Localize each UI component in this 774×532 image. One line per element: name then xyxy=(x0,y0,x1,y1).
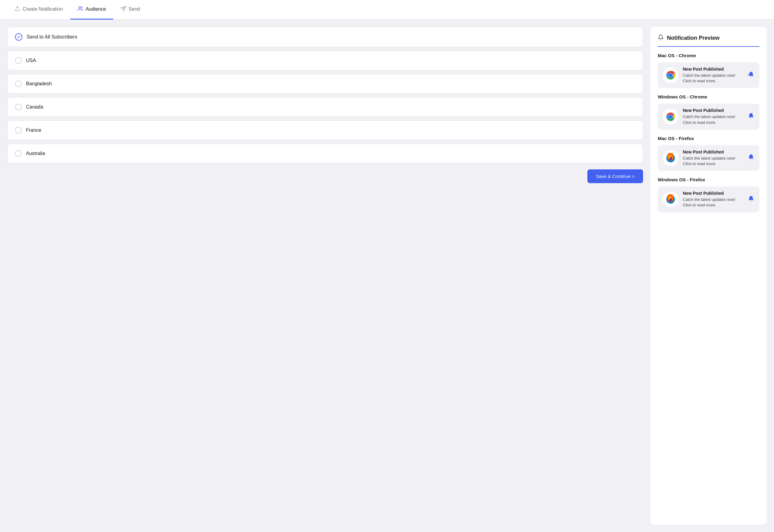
preview-win-firefox-card: New Post Published Catch the latest upda… xyxy=(658,187,759,212)
preview-mac-chrome-text: New Post Published Catch the latest upda… xyxy=(683,67,743,84)
bell-notification-icon-mac-firefox xyxy=(748,154,754,162)
preview-mac-chrome-block: Mac OS - Chrome xyxy=(658,53,759,88)
top-navigation: Create Notification Audience Send xyxy=(0,0,774,20)
option-send-all-label: Send to All Subscribers xyxy=(27,34,77,40)
audience-icon xyxy=(78,6,83,13)
svg-point-14 xyxy=(669,115,672,118)
preview-mac-chrome-card: New Post Published Catch the latest upda… xyxy=(658,62,759,88)
tab-send[interactable]: Send xyxy=(113,0,147,20)
bell-notification-icon-mac-chrome xyxy=(748,71,754,79)
tab-create-notification[interactable]: Create Notification xyxy=(7,0,70,20)
bell-notification-icon-win-chrome xyxy=(748,113,754,121)
tab-create-label: Create Notification xyxy=(23,6,63,12)
left-panel: Send to All Subscribers USA Bangladesh C… xyxy=(7,27,643,525)
preview-win-firefox-block: Windows OS - Firefox New Post xyxy=(658,177,759,212)
preview-mac-chrome-title: New Post Published xyxy=(683,67,743,72)
radio-usa xyxy=(15,57,22,64)
chrome-logo-icon xyxy=(663,67,679,83)
save-button-row: Save & Continue > xyxy=(7,169,643,183)
preview-mac-firefox-title: New Post Published xyxy=(683,150,743,154)
preview-mac-chrome-label: Mac OS - Chrome xyxy=(658,53,759,58)
bell-notification-icon-win-firefox xyxy=(748,195,754,204)
option-australia-label: Australia xyxy=(26,151,45,156)
tab-send-label: Send xyxy=(128,6,140,12)
preview-mac-firefox-text: New Post Published Catch the latest upda… xyxy=(683,150,743,167)
send-icon xyxy=(120,6,126,13)
firefox-logo-icon xyxy=(663,150,679,166)
preview-bell-header-icon xyxy=(658,34,664,42)
option-bangladesh[interactable]: Bangladesh xyxy=(7,74,643,94)
save-continue-label: Save & Continue > xyxy=(596,174,635,179)
option-australia[interactable]: Australia xyxy=(7,144,643,163)
preview-win-chrome-block: Windows OS - Chrome xyxy=(658,94,759,129)
option-usa[interactable]: USA xyxy=(7,51,643,70)
preview-win-chrome-text: New Post Published Catch the latest upda… xyxy=(683,108,743,125)
preview-win-firefox-body: Catch the latest updates now! Click to r… xyxy=(683,197,743,208)
chrome-logo-icon-win xyxy=(663,109,679,125)
checkmark-icon xyxy=(15,33,22,41)
tab-audience-label: Audience xyxy=(86,6,106,12)
svg-point-21 xyxy=(669,156,671,158)
preview-win-firefox-text: New Post Published Catch the latest upda… xyxy=(683,191,743,208)
radio-canada xyxy=(15,104,22,110)
svg-point-28 xyxy=(669,197,671,199)
firefox-logo-icon-win xyxy=(663,191,679,207)
tab-audience[interactable]: Audience xyxy=(70,0,113,20)
preview-mac-firefox-card: New Post Published Catch the latest upda… xyxy=(658,145,759,171)
radio-bangladesh xyxy=(15,80,22,87)
preview-win-chrome-body: Catch the latest updates now! Click to r… xyxy=(683,114,743,125)
preview-mac-firefox-label: Mac OS - Firefox xyxy=(658,136,759,141)
svg-point-1 xyxy=(79,6,80,8)
svg-point-9 xyxy=(669,74,672,77)
option-usa-label: USA xyxy=(26,58,36,63)
option-canada[interactable]: Canada xyxy=(7,97,643,117)
preview-win-chrome-label: Windows OS - Chrome xyxy=(658,94,759,99)
preview-win-firefox-label: Windows OS - Firefox xyxy=(658,177,759,182)
main-layout: Send to All Subscribers USA Bangladesh C… xyxy=(0,20,774,532)
preview-mac-firefox-body: Catch the latest updates now! Click to r… xyxy=(683,156,743,167)
preview-win-firefox-title: New Post Published xyxy=(683,191,743,196)
preview-title: Notification Preview xyxy=(667,35,720,41)
save-continue-button[interactable]: Save & Continue > xyxy=(587,169,643,183)
notification-preview-panel: Notification Preview Mac OS - Chrome xyxy=(650,27,767,525)
radio-australia xyxy=(15,150,22,157)
preview-mac-firefox-block: Mac OS - Firefox xyxy=(658,136,759,171)
option-france-label: France xyxy=(26,127,41,133)
option-send-all[interactable]: Send to All Subscribers xyxy=(7,27,643,47)
option-france[interactable]: France xyxy=(7,120,643,140)
preview-win-chrome-title: New Post Published xyxy=(683,108,743,113)
option-canada-label: Canada xyxy=(26,104,43,110)
preview-header: Notification Preview xyxy=(658,34,759,47)
option-bangladesh-label: Bangladesh xyxy=(26,81,52,87)
upload-icon xyxy=(15,6,20,13)
radio-france xyxy=(15,127,22,134)
preview-mac-chrome-body: Catch the latest updates now! Click to r… xyxy=(683,73,743,84)
preview-win-chrome-card: New Post Published Catch the latest upda… xyxy=(658,104,759,129)
